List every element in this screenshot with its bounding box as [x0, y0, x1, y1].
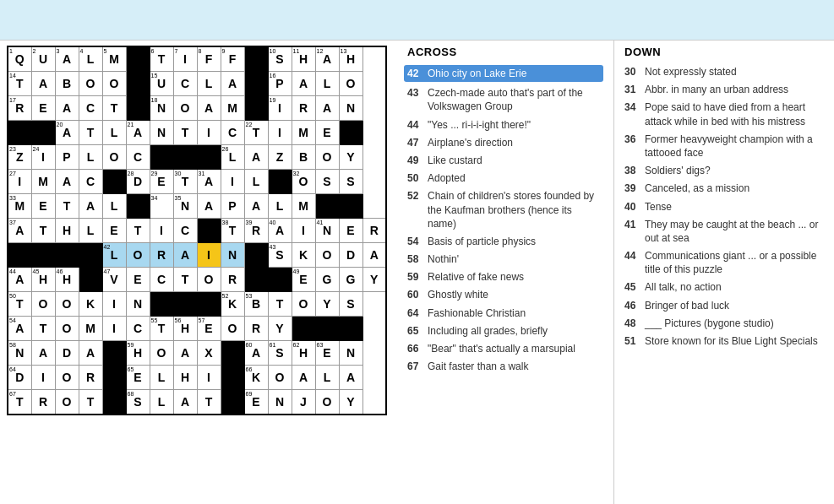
- grid-cell[interactable]: T: [173, 121, 197, 145]
- grid-cell[interactable]: A: [173, 243, 197, 268]
- grid-cell[interactable]: 12A: [315, 46, 339, 72]
- grid-cell[interactable]: A: [79, 194, 102, 219]
- grid-cell[interactable]: 65E: [126, 366, 150, 390]
- grid-cell[interactable]: [244, 96, 268, 121]
- grid-cell[interactable]: Y: [315, 292, 339, 317]
- grid-cell[interactable]: 6T: [150, 46, 173, 72]
- grid-cell[interactable]: [102, 366, 126, 390]
- grid-cell[interactable]: O: [292, 292, 315, 317]
- grid-cell[interactable]: 5M: [102, 46, 126, 72]
- across-clue-item[interactable]: 54Basis of particle physics: [407, 235, 603, 248]
- grid-cell[interactable]: M: [292, 121, 315, 145]
- grid-cell[interactable]: 7I: [173, 46, 197, 72]
- grid-cell[interactable]: 37A: [8, 219, 31, 243]
- grid-cell[interactable]: B: [292, 145, 315, 170]
- grid-cell[interactable]: O: [150, 341, 173, 366]
- grid-cell[interactable]: C: [126, 145, 150, 170]
- grid-cell[interactable]: I: [197, 121, 221, 145]
- grid-cell[interactable]: L: [268, 194, 292, 219]
- grid-cell[interactable]: 24I: [31, 145, 55, 170]
- grid-cell[interactable]: M: [292, 194, 315, 219]
- grid-cell[interactable]: 8F: [197, 46, 221, 72]
- grid-cell[interactable]: [197, 145, 221, 170]
- down-clue-item[interactable]: 51Store known for its Blue Light Special…: [624, 334, 820, 348]
- grid-cell[interactable]: [221, 341, 244, 366]
- grid-cell[interactable]: A: [173, 390, 197, 415]
- grid-cell[interactable]: O: [55, 317, 79, 341]
- grid-cell[interactable]: [31, 243, 55, 268]
- grid-cell[interactable]: 69E: [244, 390, 268, 415]
- grid-cell[interactable]: O: [102, 72, 126, 96]
- grid-cell[interactable]: 31A: [197, 170, 221, 194]
- grid-cell[interactable]: R: [362, 219, 386, 243]
- grid-cell[interactable]: O: [79, 72, 102, 96]
- grid-cell[interactable]: 29E: [150, 170, 173, 194]
- grid-cell[interactable]: C: [173, 219, 197, 243]
- grid-cell[interactable]: [292, 317, 315, 341]
- grid-cell[interactable]: A: [55, 170, 79, 194]
- grid-cell[interactable]: 26L: [221, 145, 244, 170]
- grid-cell[interactable]: 53B: [244, 292, 268, 317]
- grid-cell[interactable]: [221, 390, 244, 415]
- grid-cell[interactable]: L: [102, 121, 126, 145]
- grid-cell[interactable]: L: [315, 366, 339, 390]
- grid-cell[interactable]: L: [150, 390, 173, 415]
- across-clue-item[interactable]: 49Like custard: [407, 154, 603, 167]
- grid-cell[interactable]: O: [55, 292, 79, 317]
- grid-cell[interactable]: I: [150, 219, 173, 243]
- down-clue-item[interactable]: 41They may be caught at the beach ... or…: [624, 218, 820, 245]
- grid-cell[interactable]: L: [315, 72, 339, 96]
- grid-cell[interactable]: [244, 72, 268, 96]
- grid-cell[interactable]: 43S: [268, 243, 292, 268]
- grid-cell[interactable]: [126, 194, 150, 219]
- grid-cell[interactable]: [339, 121, 362, 145]
- grid-cell[interactable]: A: [221, 72, 244, 96]
- grid-cell[interactable]: D: [55, 341, 79, 366]
- grid-cell[interactable]: S: [315, 170, 339, 194]
- grid-cell[interactable]: 49E: [292, 268, 315, 292]
- grid-cell[interactable]: [102, 341, 126, 366]
- grid-cell[interactable]: [102, 170, 126, 194]
- grid-cell[interactable]: I: [102, 292, 126, 317]
- grid-cell[interactable]: [315, 317, 339, 341]
- grid-cell[interactable]: [55, 243, 79, 268]
- grid-cell[interactable]: K: [292, 243, 315, 268]
- grid-cell[interactable]: B: [55, 72, 79, 96]
- grid-cell[interactable]: 52K: [221, 292, 244, 317]
- grid-cell[interactable]: R: [244, 317, 268, 341]
- grid-cell[interactable]: O: [126, 243, 150, 268]
- grid-cell[interactable]: G: [315, 268, 339, 292]
- grid-cell[interactable]: 17R: [8, 96, 31, 121]
- grid-cell[interactable]: I: [292, 219, 315, 243]
- grid-cell[interactable]: T: [268, 292, 292, 317]
- grid-cell[interactable]: L: [244, 170, 268, 194]
- across-clue-item[interactable]: 50Adopted: [407, 171, 603, 185]
- grid-cell[interactable]: [173, 145, 197, 170]
- down-clue-item[interactable]: 48___ Pictures (bygone studio): [624, 317, 820, 330]
- grid-cell[interactable]: P: [55, 145, 79, 170]
- grid-cell[interactable]: T: [173, 268, 197, 292]
- grid-cell[interactable]: 16P: [268, 72, 292, 96]
- grid-cell[interactable]: 1Q: [8, 46, 31, 72]
- grid-cell[interactable]: 55T: [150, 317, 173, 341]
- grid-cell[interactable]: T: [79, 121, 102, 145]
- down-clue-item[interactable]: 31Abbr. in many an urban address: [624, 83, 820, 96]
- grid-cell[interactable]: T: [55, 194, 79, 219]
- grid-cell[interactable]: [315, 194, 339, 219]
- grid-cell[interactable]: C: [79, 170, 102, 194]
- across-clue-item[interactable]: 42Ohio city on Lake Erie: [404, 65, 603, 82]
- grid-cell[interactable]: N: [126, 292, 150, 317]
- grid-cell[interactable]: E: [31, 194, 55, 219]
- grid-cell[interactable]: [339, 194, 362, 219]
- grid-cell[interactable]: I: [268, 121, 292, 145]
- down-clue-item[interactable]: 38Soldiers' digs?: [624, 164, 820, 177]
- grid-cell[interactable]: L: [102, 194, 126, 219]
- grid-cell[interactable]: 40A: [268, 219, 292, 243]
- grid-cell[interactable]: Y: [339, 145, 362, 170]
- grid-cell[interactable]: T: [197, 390, 221, 415]
- grid-cell[interactable]: Z: [268, 145, 292, 170]
- down-clue-item[interactable]: 39Canceled, as a mission: [624, 182, 820, 195]
- grid-cell[interactable]: S: [339, 292, 362, 317]
- grid-cell[interactable]: [244, 46, 268, 72]
- grid-cell[interactable]: 18N: [150, 96, 173, 121]
